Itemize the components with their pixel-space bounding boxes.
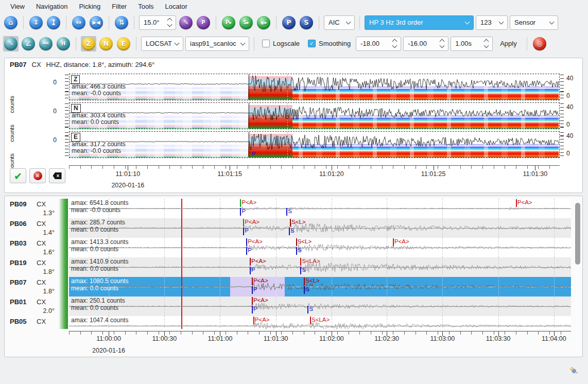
phase-marker[interactable]: S<L>	[304, 277, 340, 286]
station-row-pb03[interactable]: PB03CX1.6°amax: 1413.3 countsmean: 0.0 c…	[5, 238, 582, 257]
left-axis: counts0	[5, 102, 69, 129]
trace-cell[interactable]: amax: 250.1 countsmean: 0.0 countsP<A>PS	[69, 296, 571, 316]
phase-marker[interactable]: P	[240, 207, 276, 216]
trace-cell[interactable]: amax: 1080.5 countsmean: 0.0 countsP<A>P…	[69, 277, 571, 296]
component-plot-z[interactable]: Zamax: 466.3 countsmean: -0.0 counts	[69, 74, 560, 100]
amplitude-zoom-reset-button[interactable]: ▼▲	[46, 15, 61, 30]
smoothing-checkbox[interactable]: ✓Smoothing	[308, 40, 351, 47]
trace-cell[interactable]: amax: 285.7 countsmean: 0.0 countsP<A>PS…	[69, 218, 571, 238]
relocate-button[interactable]: ◎	[532, 36, 547, 51]
component-plot-e[interactable]: PEamax: 317.2 countsmean: -0.0 counts	[69, 131, 560, 158]
angle-tool-button[interactable]: ∠	[21, 36, 36, 51]
phase-marker[interactable]: P<A>	[252, 296, 288, 305]
trace-cell[interactable]: amax: 6541.8 countsmean: -0.0 countsP<A>…	[69, 199, 571, 218]
phase-marker[interactable]: P	[252, 286, 288, 294]
quality-bar	[59, 316, 68, 329]
phase-marker[interactable]: S	[296, 247, 332, 255]
trace-cell[interactable]: amax: 1413.3 countsmean: 0.0 countsP<A>P…	[69, 238, 571, 257]
pick-marker-line[interactable]	[249, 74, 249, 100]
station-row-pb01[interactable]: PB01CX2.0°amax: 250.1 countsmean: 0.0 co…	[5, 296, 582, 316]
component-z-button[interactable]: Z	[81, 36, 96, 51]
phase-marker[interactable]: S<L>	[290, 218, 326, 227]
phase-marker[interactable]: P<A>	[516, 199, 552, 207]
home-button[interactable]: ⌂	[3, 15, 19, 30]
spectrogram-max-spinbox[interactable]: -16.00	[403, 37, 448, 51]
spectrogram-tool-button[interactable]: ✎	[3, 36, 19, 51]
component-n-button[interactable]: N	[98, 36, 114, 51]
annotation-tool-button[interactable]: ABC	[38, 36, 54, 51]
phase-marker[interactable]: S<LA>	[310, 316, 346, 325]
remove-pick-button[interactable]: ×	[49, 168, 65, 183]
phase-marker[interactable]: S	[300, 266, 336, 275]
phase-marker[interactable]: P<A>	[243, 218, 279, 227]
menu-locator[interactable]: Locator	[160, 1, 193, 12]
scrollbar-thumb[interactable]	[575, 203, 580, 265]
station-row-pb19[interactable]: PB19CX1.8°amax: 1410.9 countsmean: 0.0 c…	[5, 257, 582, 277]
phase-marker[interactable]: S	[289, 227, 325, 236]
phase-marker[interactable]: S	[286, 207, 322, 216]
apply-button[interactable]: Apply	[495, 38, 522, 49]
component-order-combo[interactable]: 123	[476, 15, 508, 30]
component-e-button[interactable]: E	[116, 36, 131, 51]
max-distance-spinbox[interactable]: 15.0°	[139, 15, 176, 30]
phase-marker[interactable]: P	[246, 247, 282, 255]
phase-marker[interactable]: S<L>	[296, 238, 332, 247]
pick-marker-line[interactable]	[249, 132, 249, 158]
spectrogram-min-spinbox[interactable]: -18.00	[356, 37, 401, 51]
time-tick-label: 11:02:30	[374, 335, 399, 342]
locator-combo[interactable]: LOCSAT	[141, 37, 183, 51]
station-row-pb05[interactable]: PB05CXamax: 1047.4 countsP<A>S<LA>	[5, 316, 582, 329]
time-zoom-out-icon: ⇔	[72, 16, 85, 29]
trace-cell[interactable]: amax: 1047.4 countsP<A>S<LA>	[69, 316, 571, 329]
component-row-e: counts0PEamax: 317.2 countsmean: -0.0 co…	[5, 131, 582, 158]
phase-marker[interactable]: P<A>	[253, 316, 289, 325]
goto-next-station-button[interactable]: ◉▸	[256, 15, 271, 30]
pick-polarity-button[interactable]: P	[196, 15, 211, 30]
reject-pick-button[interactable]: ×	[29, 168, 46, 183]
logscale-checkbox[interactable]: Logscale	[262, 40, 300, 47]
pick-marker-line[interactable]	[249, 103, 249, 129]
scrollbar[interactable]	[575, 201, 581, 330]
phase-marker[interactable]: P	[252, 305, 288, 314]
phase-marker[interactable]: P	[250, 266, 286, 275]
time-zoom-out-button[interactable]: ⇔	[71, 15, 87, 30]
phase-marker[interactable]: P<A>	[246, 238, 282, 247]
reset-view-button[interactable]: ⇅	[114, 15, 129, 30]
station-row-pb06[interactable]: PB06CX1.4°amax: 285.7 countsmean: 0.0 co…	[5, 218, 582, 238]
amplitude-unit-combo[interactable]: Sensor	[510, 15, 558, 30]
phase-marker[interactable]: P	[243, 227, 279, 236]
pick-tool-button[interactable]: ✎	[178, 15, 194, 30]
menu-navigation[interactable]: Navigation	[31, 1, 73, 12]
goto-next-p-button[interactable]: P▸	[221, 15, 236, 30]
pick-phase-label: P	[252, 151, 256, 157]
phase-marker[interactable]: P<A>	[250, 257, 286, 266]
time-window-spinbox[interactable]: 1.00s	[451, 37, 493, 51]
phase-marker[interactable]: S	[304, 286, 340, 294]
picker-algorithm-combo[interactable]: AIC	[324, 15, 355, 30]
amax-label: amax: 1080.5 counts	[71, 277, 128, 285]
velocity-model-combo[interactable]: iasp91_scanloc	[185, 37, 249, 51]
menu-filter[interactable]: Filter	[107, 1, 132, 12]
phase-marker[interactable]: P<A>	[393, 238, 429, 247]
repick-s-button[interactable]: S	[299, 15, 314, 30]
quality-bar	[59, 277, 68, 296]
trace-cell[interactable]: amax: 1410.9 countsmean: 0.0 countsP<A>P…	[69, 257, 571, 277]
phase-marker[interactable]: S<LA>	[300, 257, 336, 266]
phase-marker[interactable]: S	[307, 305, 343, 314]
menu-tools[interactable]: Tools	[133, 1, 159, 12]
menu-picking[interactable]: Picking	[74, 1, 106, 12]
align-tool-button[interactable]: H	[56, 36, 71, 51]
goto-next-s-button[interactable]: S▸	[238, 15, 254, 30]
filter-combo[interactable]: HP 3 Hz 3rd order	[365, 15, 474, 30]
repick-p-button[interactable]: P	[281, 15, 297, 30]
list-time-ruler	[69, 331, 571, 335]
amplitude-zoom-in-button[interactable]: ⇕	[28, 15, 44, 30]
station-row-pb09[interactable]: PB09CX1.3°amax: 6541.8 countsmean: -0.0 …	[5, 199, 582, 218]
phase-marker[interactable]: P<A>	[240, 199, 276, 207]
confirm-pick-button[interactable]: ✔	[10, 168, 26, 183]
station-row-pb07[interactable]: PB07CX1.8°amax: 1080.5 countsmean: 0.0 c…	[5, 277, 582, 296]
component-plot-n[interactable]: Namax: 303.4 countsmean: 0.0 counts	[69, 102, 560, 129]
time-zoom-in-button[interactable]: ▶◀	[89, 15, 104, 30]
menu-view[interactable]: View	[5, 1, 30, 12]
phase-marker[interactable]: P<A>	[252, 277, 288, 286]
